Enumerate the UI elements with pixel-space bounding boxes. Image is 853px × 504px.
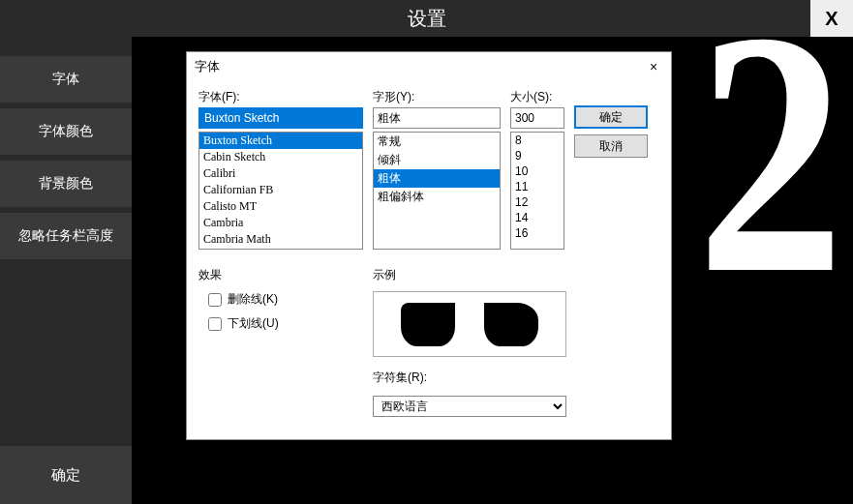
style-listbox[interactable]: 常规 倾斜 粗体 粗偏斜体 xyxy=(373,132,501,250)
cancel-button[interactable]: 取消 xyxy=(574,134,648,158)
font-option[interactable]: Calisto MT xyxy=(199,198,362,215)
sidebar-item-bg-color[interactable]: 背景颜色 xyxy=(0,161,132,207)
size-option[interactable]: 12 xyxy=(511,194,564,210)
sidebar-ok-button[interactable]: 确定 xyxy=(0,446,132,504)
size-option[interactable]: 8 xyxy=(511,133,564,148)
background-glyph: 2 xyxy=(697,37,845,327)
font-option[interactable]: Cambria xyxy=(199,215,362,231)
sidebar-item-ignore-taskbar[interactable]: 忽略任务栏高度 xyxy=(0,213,132,259)
font-option[interactable]: Buxton Sketch xyxy=(199,133,362,149)
charset-select[interactable]: 西欧语言 xyxy=(373,396,566,417)
title-bar-text: 设置 xyxy=(408,6,446,32)
dialog-title: 字体 xyxy=(195,58,644,75)
sidebar-item-font[interactable]: 字体 xyxy=(0,56,132,103)
sidebar: 字体 字体颜色 背景颜色 忽略任务栏高度 确定 xyxy=(0,37,132,504)
dialog-close-button[interactable]: × xyxy=(644,57,663,76)
font-dialog: 字体 × 字体(F): Buxton Sketch Cabin Sketch C… xyxy=(186,51,672,440)
charset-label: 字符集(R): xyxy=(373,370,566,386)
underline-label: 下划线(U) xyxy=(228,315,279,332)
size-option[interactable]: 16 xyxy=(511,225,564,241)
charset-group: 字符集(R): 西欧语言 xyxy=(373,370,566,417)
font-input[interactable] xyxy=(198,107,363,129)
font-option[interactable]: Californian FB xyxy=(199,182,362,198)
style-option[interactable]: 常规 xyxy=(374,133,500,151)
style-input[interactable] xyxy=(373,107,501,129)
ok-button[interactable]: 确定 xyxy=(574,105,648,129)
sample-box xyxy=(373,291,566,357)
style-option[interactable]: 倾斜 xyxy=(374,151,500,169)
effects-group: 效果 删除线(K) 下划线(U) xyxy=(198,267,363,340)
effects-label: 效果 xyxy=(198,267,363,283)
title-bar: 设置 X xyxy=(0,0,853,37)
size-option[interactable]: 11 xyxy=(511,179,564,194)
strike-label: 删除线(K) xyxy=(228,291,278,308)
font-option[interactable]: Calibri xyxy=(199,165,362,182)
font-label: 字体(F): xyxy=(198,89,363,105)
size-input[interactable] xyxy=(510,107,564,129)
style-option[interactable]: 粗偏斜体 xyxy=(374,188,500,206)
sample-group: 示例 xyxy=(373,267,566,357)
sample-glyph xyxy=(484,303,538,346)
size-label: 大小(S): xyxy=(510,89,564,105)
dialog-header: 字体 × xyxy=(187,52,671,81)
size-option[interactable]: 9 xyxy=(511,148,564,163)
size-option[interactable]: 10 xyxy=(511,163,564,179)
main-area: 2 字体 × 字体(F): Buxton Sketch Cabin Sketch… xyxy=(132,37,853,504)
sample-glyph xyxy=(401,303,455,346)
font-option[interactable]: Cabin Sketch xyxy=(199,149,362,165)
size-option[interactable]: 14 xyxy=(511,210,564,225)
size-listbox[interactable]: 8 9 10 11 12 14 16 xyxy=(510,132,564,250)
style-label: 字形(Y): xyxy=(373,89,501,105)
sidebar-item-font-color[interactable]: 字体颜色 xyxy=(0,108,132,155)
sample-label: 示例 xyxy=(373,267,566,283)
dialog-body: 字体(F): Buxton Sketch Cabin Sketch Calibr… xyxy=(187,81,671,439)
titlebar-close-button[interactable]: X xyxy=(810,0,853,37)
strike-checkbox[interactable] xyxy=(208,293,222,307)
app-body: 字体 字体颜色 背景颜色 忽略任务栏高度 确定 2 字体 × 字体(F): xyxy=(0,37,853,504)
style-option[interactable]: 粗体 xyxy=(374,169,500,188)
font-option[interactable]: Cambria Math xyxy=(199,231,362,248)
underline-checkbox[interactable] xyxy=(208,317,222,331)
font-listbox[interactable]: Buxton Sketch Cabin Sketch Calibri Calif… xyxy=(198,132,363,250)
